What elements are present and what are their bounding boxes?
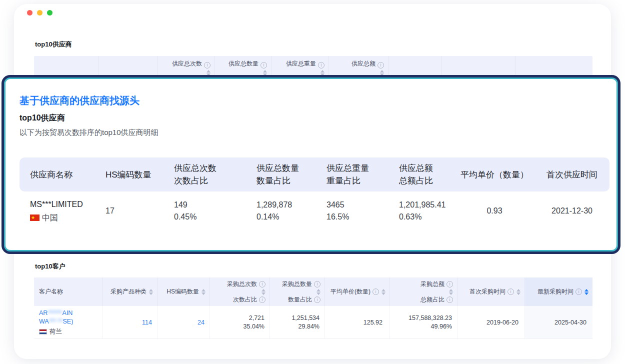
header-supply-amount[interactable]: 供应总额i — [329, 56, 388, 80]
header-product-types[interactable]: 采购产品种类 — [102, 278, 158, 306]
first-supply-date-cell: 2021-12-30 — [534, 192, 610, 230]
header-purchase-times[interactable]: 采购总次数i 次数占比i — [210, 278, 270, 306]
first-purchase-date-cell: 2019-06-20 — [458, 306, 525, 338]
info-icon[interactable]: i — [259, 281, 266, 288]
header-first-purchase-date[interactable]: 首次采购时间i — [458, 278, 525, 306]
header-supply-weight[interactable]: 供应总重量i — [272, 56, 329, 80]
supplier-name: MS***LIMITED — [30, 198, 100, 210]
netherlands-flag-icon — [39, 329, 47, 334]
supply-times-cell: 1490.45% — [170, 192, 252, 230]
info-icon[interactable]: i — [204, 62, 210, 68]
window-controls — [27, 10, 52, 16]
header-avg-price-weight[interactable]: 平均单价(重量)i — [442, 56, 516, 80]
purchase-amount-cell: 157,588,328.23 49.96% — [390, 306, 458, 338]
info-icon[interactable]: i — [259, 296, 266, 303]
sort-caret-icon[interactable] — [149, 289, 153, 295]
maximize-window-icon[interactable] — [47, 10, 52, 16]
header-supplier-name: 供应商名称 — [20, 158, 100, 192]
avg-price-cell: 125.92 — [325, 306, 390, 338]
sort-caret-icon[interactable] — [316, 289, 320, 295]
hs-code-count-link[interactable]: 24 — [162, 319, 204, 326]
product-types-cell: 114 — [102, 306, 158, 338]
sort-caret-icon[interactable] — [263, 70, 267, 76]
info-icon[interactable]: i — [446, 281, 453, 288]
customer-name-cell: AR******AINWA*** **SE) 荷兰 — [34, 306, 102, 338]
header-avg-price-qty[interactable]: 平均单价(数量)i — [325, 278, 390, 306]
sort-caret-icon[interactable] — [202, 289, 206, 295]
minimize-window-icon[interactable] — [37, 10, 42, 16]
redacted-text: *** ** — [49, 318, 63, 325]
sort-caret-icon[interactable] — [382, 289, 386, 295]
header-supply-amount: 供应总额总额占比 — [394, 158, 454, 192]
overlay-table-header: 供应商名称 HS编码数量 供应总次数次数占比 供应总数量数量占比 供应总重量重量… — [20, 158, 610, 192]
header-hs-code-count: HS编码数量 — [100, 158, 170, 192]
info-icon[interactable]: i — [446, 296, 453, 303]
header-supply-times[interactable]: 供应总次数i — [158, 56, 215, 80]
header-supply-weight: 供应总重量重量占比 — [322, 158, 394, 192]
overlay-suppliers-table: 供应商名称 HS编码数量 供应总次数次数占比 供应总数量数量占比 供应总重量重量… — [20, 158, 610, 230]
hs-code-count-cell: 24 — [158, 306, 210, 338]
header-purchase-amount[interactable]: 采购总额i 总额占比i — [390, 278, 458, 306]
page: top10供应商 供应商名称 HS编码数量 供应总次数i 供应总数量i — [0, 0, 626, 364]
sort-caret-icon[interactable] — [320, 70, 324, 76]
header-supply-qty: 供应总数量数量占比 — [252, 158, 322, 192]
top-customers-section-title: top10客户 — [35, 262, 66, 271]
top-suppliers-table-header: 供应商名称 HS编码数量 供应总次数i 供应总数量i 供应总重量i — [34, 56, 592, 80]
info-icon[interactable]: i — [314, 281, 320, 288]
customer-name-link[interactable]: AR******AINWA*** **SE) — [39, 309, 97, 326]
sort-caret-icon[interactable] — [206, 70, 210, 76]
header-supplier-name: 供应商名称 — [34, 56, 99, 80]
sort-caret-active-icon[interactable] — [584, 289, 588, 295]
hs-code-count-cell: 17 — [100, 192, 170, 230]
info-icon[interactable]: i — [314, 296, 320, 303]
avg-price-qty-cell: 0.93 — [454, 192, 534, 230]
sort-caret-icon[interactable] — [380, 70, 384, 76]
header-first-supply-date[interactable]: 首次供应时间i — [516, 56, 592, 80]
supplier-name-cell: MS***LIMITED ★中国 — [20, 192, 100, 230]
header-hs-code-count[interactable]: HS编码数量 — [99, 56, 158, 80]
close-window-icon[interactable] — [27, 10, 32, 16]
header-supply-times: 供应总次数次数占比 — [170, 158, 252, 192]
header-supply-qty[interactable]: 供应总数量i — [215, 56, 272, 80]
info-icon[interactable]: i — [508, 288, 514, 295]
header-purchase-qty[interactable]: 采购总数量i 数量占比i — [270, 278, 325, 306]
purchase-times-cell: 2,721 35.04% — [210, 306, 270, 338]
redacted-text: ****** — [48, 310, 62, 316]
top-customers-table: 客户名称 采购产品种类 HS编码数量 采购总次数i 次数占比i 采购总数量i — [34, 278, 592, 339]
sort-caret-icon[interactable] — [516, 289, 520, 295]
supplier-country: ★中国 — [30, 212, 100, 224]
top-customers-table-header: 客户名称 采购产品种类 HS编码数量 采购总次数i 次数占比i 采购总数量i — [34, 278, 592, 306]
overlay-section-heading: top10供应商 — [20, 113, 65, 124]
header-avg-price-qty: 平均单价（数量） — [454, 158, 534, 192]
info-icon[interactable]: i — [372, 288, 379, 295]
top-suppliers-section-title: top10供应商 — [35, 40, 72, 49]
supply-qty-cell: 1,289,8780.14% — [252, 192, 322, 230]
china-flag-icon: ★ — [30, 214, 40, 221]
header-first-supply-date: 首次供应时间 — [534, 158, 610, 192]
sort-caret-icon[interactable] — [262, 289, 266, 295]
info-icon[interactable]: i — [576, 288, 582, 295]
header-avg-price-qty[interactable]: 平均单价(数量)i — [388, 56, 442, 80]
sort-caret-icon[interactable] — [449, 289, 453, 295]
customer-row: AR******AINWA*** **SE) 荷兰 114 24 2,721 3… — [34, 306, 592, 339]
overlay-subheading: 以下为按贸易次数排序的top10供应商明细 — [20, 128, 158, 138]
info-icon[interactable]: i — [260, 62, 267, 68]
product-types-link[interactable]: 114 — [108, 319, 152, 326]
header-hs-code-count[interactable]: HS编码数量 — [158, 278, 210, 306]
overlay-supplier-row: MS***LIMITED ★中国 17 1490.45% 1,289,8780.… — [20, 192, 610, 230]
top-suppliers-table: 供应商名称 HS编码数量 供应总次数i 供应总数量i 供应总重量i — [34, 56, 592, 80]
latest-purchase-date-cell: 2025-04-30 — [525, 306, 592, 338]
purchase-qty-cell: 1,251,534 29.84% — [270, 306, 325, 338]
header-customer-name: 客户名称 — [34, 278, 102, 306]
supplier-source-overlay-panel: 基于供应商的供应商找源头 top10供应商 以下为按贸易次数排序的top10供应… — [4, 78, 618, 252]
overlay-title: 基于供应商的供应商找源头 — [20, 94, 140, 108]
supply-amount-cell: 1,201,985.410.63% — [394, 192, 454, 230]
header-latest-purchase-date[interactable]: 最新采购时间i — [525, 278, 592, 306]
info-icon[interactable]: i — [318, 62, 324, 68]
supply-weight-cell: 346516.5% — [322, 192, 394, 230]
customer-country: 荷兰 — [39, 328, 97, 336]
info-icon[interactable]: i — [378, 62, 384, 68]
